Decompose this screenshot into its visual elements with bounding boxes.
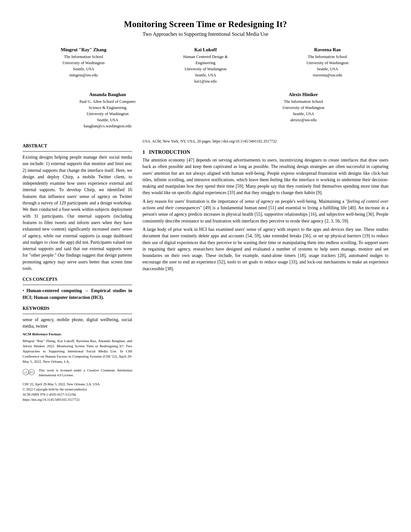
ccs-text: • Human-centered computing → Empirical s… [23,288,132,301]
paper-subtitle: Two Approaches to Supporting Intentional… [23,31,388,37]
ccs-heading: CCS CONCEPTS [23,277,132,282]
cc-icon: cc BY [23,369,35,375]
right-col-doi: USA. ACM, New York, NY, USA, 20 pages. h… [142,138,388,144]
ccs-divider [23,285,132,285]
author-loc-lukoff: Seattle, USA [195,73,216,77]
author-affil3-baughan: University of Washington [87,112,129,116]
author-baughan: Amanda Baughan Paul G. Allen School of C… [23,91,193,129]
section1-title: INTRODUCTION [149,149,190,155]
acm-ref-label: ACM Reference Format: [23,332,132,337]
acm-ref-text: Mingrui "Ray" Zhang, Kai Lukoff, Raveena… [23,339,132,364]
section1-para2: A key reason for users' frustration is t… [142,198,388,224]
doi-line1: CHI '22, April 29-May 5, 2022, New Orlea… [23,382,132,387]
acm-ref-heading: ACM Reference Format: [23,332,62,336]
author-email-lukoff: kai1@uw.edu [194,79,217,84]
cc-svg: cc BY [23,369,35,375]
author-name-zhang: Mingrui "Ray" Zhang [23,46,144,53]
section1-para3: A large body of prior work in HCI has ex… [142,226,388,272]
author-affil1-hiniker: The Information School [284,99,323,104]
author-hiniker: Alexis Hiniker The Information School Un… [219,91,389,129]
author-affil2-baughan: Science & Engineering [89,105,126,110]
svg-text:cc: cc [24,371,28,374]
author-zhang: Mingrui "Ray" Zhang The Information Scho… [23,46,144,84]
author-affil2-rao: University of Washington [307,61,348,65]
doi-block: CHI '22, April 29-May 5, 2022, New Orlea… [23,382,132,402]
cc-license-block: cc BY This work is licensed under a Crea… [23,368,132,380]
author-email-baughan: baughan@cs.washington.edu [84,124,132,128]
author-loc-baughan: Seattle, USA [97,118,118,122]
author-email-rao: rraveena@uw.edu [313,73,342,77]
ccs-arrow: → [82,288,91,293]
keywords-heading: KEYWORDS [23,306,132,311]
ccs-concepts-section: CCS CONCEPTS • Human-centered computing … [23,277,132,301]
authors-row-2: Amanda Baughan Paul G. Allen School of C… [23,91,388,129]
cc-license-text: This work is licensed under a Creative C… [39,368,132,378]
section-introduction: 1 INTRODUCTION The attention economy [47… [142,149,388,272]
author-loc-rao: Seattle, USA [317,67,338,71]
section1-number: 1 [142,149,145,155]
right-column: USA. ACM, New York, NY, USA, 20 pages. h… [142,138,388,405]
ccs-bullet: • [23,288,26,293]
author-affil1-rao: The Information School [308,54,347,59]
author-loc-zhang: Seattle, USA [73,67,94,71]
phrase-sense-of-agency: sense of agency [245,199,274,204]
keywords-divider [23,314,132,314]
author-rao: Raveena Rao The Information School Unive… [267,46,388,84]
doi-line3: ACM ISBN 978-1-4503-9157-3/22/04. [23,392,132,397]
keywords-text: sense of agency, mobile phone, digital w… [23,317,132,330]
abstract-divider [23,151,132,152]
author-name-rao: Raveena Rao [267,46,388,53]
author-email-hiniker: alexisr@uw.edu [290,118,317,122]
acm-ref-section: ACM Reference Format: Mingrui "Ray" Zhan… [23,332,132,364]
ccs-bold1: Human-centered computing [26,288,82,293]
author-email-zhang: mingrui@uw.edu [69,73,98,77]
author-affil2-hiniker: University of Washington [282,105,324,110]
section1-heading: 1 INTRODUCTION [142,149,388,155]
author-affil1-lukoff: Human Centered Design & [183,54,228,59]
doi-line2: © 2022 Copyright held by the owner/autho… [23,387,132,392]
doi-line4: https://doi.org/10.1145/3491102.3517722 [23,397,132,402]
left-column: ABSTRACT Existing designs helping people… [23,138,132,405]
author-affil1-zhang: The Information School [64,54,103,59]
author-lukoff: Kai Lukoff Human Centered Design & Engin… [144,46,266,84]
paper-title: Monitoring Screen Time or Redesigning It… [23,19,388,29]
author-name-lukoff: Kai Lukoff [144,46,266,53]
author-name-hiniker: Alexis Hiniker [219,91,389,98]
abstract-text: Existing designs helping people manage t… [23,154,132,272]
author-affil2-lukoff: Engineering [196,61,216,65]
author-loc-hiniker: Seattle, USA [293,112,314,116]
abstract-heading: ABSTRACT [23,143,132,149]
two-column-layout: ABSTRACT Existing designs helping people… [23,138,388,405]
abstract-section: ABSTRACT Existing designs helping people… [23,143,132,272]
author-affil3-lukoff: University of Washington [184,67,226,71]
keywords-section: KEYWORDS sense of agency, mobile phone, … [23,306,132,330]
author-affil2-zhang: University of Washington [63,61,104,65]
author-name-baughan: Amanda Baughan [23,91,193,98]
svg-text:BY: BY [30,371,34,374]
section1-para1: The attention economy [47] depends on se… [142,157,388,196]
author-affil1-baughan: Paul G. Allen School of Computer [80,99,136,104]
authors-row-1: Mingrui "Ray" Zhang The Information Scho… [23,46,388,84]
